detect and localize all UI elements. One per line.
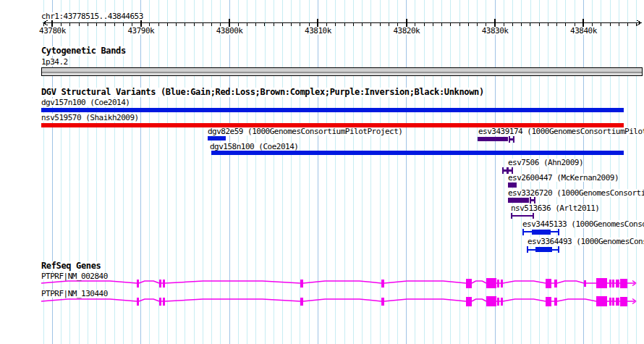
variant-label-esv3445133[interactable]: esv3445133 (1000GenomesConsortiumPilotPr… — [522, 220, 644, 228]
variant-label-esv7506[interactable]: esv7506 (Ahn2009) — [508, 159, 583, 167]
gene-exon — [612, 298, 614, 306]
variant-label-dgv157n100[interactable]: dgv157n100 (Coe2014) — [41, 98, 130, 106]
gene-exon — [300, 280, 303, 288]
region-coordinates-label: chr1:43778515..43844653 — [41, 12, 143, 20]
gene-exon — [163, 280, 165, 288]
variant-glyph-esv2600447[interactable] — [508, 183, 517, 188]
gene-label[interactable]: PTPRF|NM_002840 — [41, 272, 108, 280]
variant-glyph-esv3439174[interactable] — [478, 136, 514, 143]
ruler-tick-label: 43820k — [393, 27, 420, 35]
variant-glyph-esv3364493[interactable] — [527, 246, 559, 253]
gene-exon — [616, 280, 619, 288]
ruler-tick-label: 43810k — [305, 27, 331, 35]
cytoband-label: 1p34.2 — [41, 58, 68, 66]
gene-label[interactable]: PTPRF|NM_130440 — [41, 290, 108, 298]
gene-exon — [137, 280, 139, 288]
gene-exon — [163, 298, 165, 306]
variant-glyph-esv3326720[interactable] — [508, 197, 535, 204]
gene-exon — [466, 297, 472, 306]
gene-exon — [612, 280, 614, 288]
dgv-track-header: DGV Structural Variants (Blue:Gain;Red:L… — [41, 88, 484, 97]
gene-exon — [300, 298, 303, 306]
ruler-tick-label: 43830k — [482, 27, 509, 35]
ruler-tick-label: 43780k — [39, 27, 66, 35]
gene-exon — [554, 280, 557, 288]
variant-label-nsv519570[interactable]: nsv519570 (Shaikh2009) — [41, 114, 139, 122]
gene-exon — [497, 280, 499, 288]
gene-exon — [497, 298, 499, 306]
gene-exon — [546, 279, 551, 288]
variant-label-esv3326720[interactable]: esv3326720 (1000GenomesConsortiumPilotPr… — [508, 189, 644, 197]
cytogenetic-bands-header: Cytogenetic Bands — [41, 46, 126, 56]
variant-label-dgv158n100[interactable]: dgv158n100 (Coe2014) — [210, 143, 298, 151]
gene-exon — [584, 280, 586, 287]
gene-exon — [616, 298, 619, 306]
gene-exon — [486, 278, 496, 288]
gene-exon — [486, 296, 496, 306]
variant-label-esv3439174[interactable]: esv3439174 (1000GenomesConsortiumPilotPr… — [478, 127, 644, 135]
gene-exon — [381, 280, 384, 288]
gene-exon — [554, 298, 557, 306]
gene-exon — [609, 298, 611, 306]
gene-model-NM_002840[interactable] — [41, 278, 636, 288]
ruler-tick-label: 43790k — [127, 27, 154, 35]
gene-exon — [609, 280, 611, 288]
variant-label-nsv513636[interactable]: nsv513636 (Arlt2011) — [511, 204, 599, 212]
gene-exon — [546, 297, 551, 306]
gene-exon — [159, 298, 161, 306]
ruler-tick-label: 43840k — [570, 27, 597, 35]
ruler-tick-label: 43800k — [216, 27, 243, 35]
cytoband-bar — [41, 67, 643, 76]
gene-exon — [381, 298, 384, 306]
gene-exon — [159, 280, 161, 288]
variant-glyph-esv3445133[interactable] — [522, 229, 559, 235]
variant-label-esv3364493[interactable]: esv3364493 (1000GenomesConsortiumPilotPr… — [528, 238, 644, 246]
gene-exon — [501, 298, 503, 306]
gene-exon — [596, 296, 607, 306]
refseq-track-header: RefSeq Genes — [41, 261, 101, 271]
gene-model-NM_130440[interactable] — [41, 296, 636, 306]
variant-glyph-dgv82e59[interactable] — [208, 136, 226, 140]
variant-glyph-dgv157n100[interactable] — [41, 108, 624, 112]
variant-label-esv2600447[interactable]: esv2600447 (McKernan2009) — [508, 174, 619, 182]
gene-exon — [501, 280, 503, 288]
gene-exon — [620, 279, 627, 288]
grid-lines — [43, 0, 637, 344]
variant-label-dgv82e59[interactable]: dgv82e59 (1000GenomesConsortiumPilotProj… — [208, 127, 402, 135]
gene-exon — [137, 298, 139, 306]
gene-exon — [466, 279, 472, 288]
gene-exon — [596, 278, 607, 288]
gene-exon — [620, 297, 627, 306]
genome-browser-panel: chr1:43778515..43844653 Cytogenetic Band… — [0, 0, 644, 344]
